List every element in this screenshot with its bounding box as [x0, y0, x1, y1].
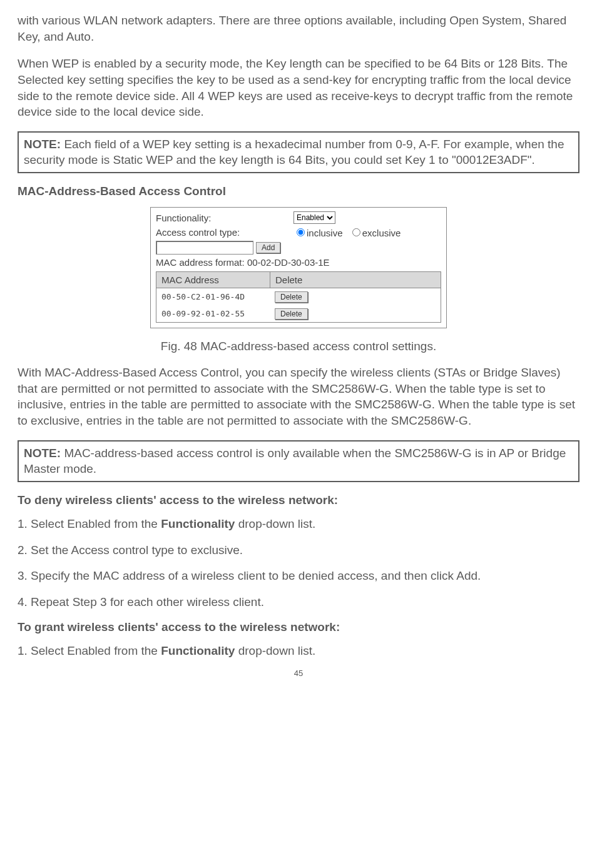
functionality-label: Functionality: — [156, 213, 293, 223]
step-bold: Functionality — [161, 517, 235, 530]
note-label: NOTE: — [24, 447, 61, 460]
step-bold: Functionality — [161, 644, 235, 657]
step-text: drop-down list. — [235, 517, 315, 530]
step-text: drop-down list. — [235, 644, 315, 657]
delete-button[interactable]: Delete — [275, 291, 308, 303]
mac-address-table: MAC Address Delete 00-50-C2-01-96-4D Del… — [156, 271, 441, 323]
paragraph-1: with various WLAN network adapters. Ther… — [18, 13, 579, 44]
heading-mac-access: MAC-Address-Based Access Control — [18, 184, 579, 198]
table-row: 00-50-C2-01-96-4D Delete — [156, 288, 441, 305]
note-label: NOTE: — [24, 138, 61, 151]
delete-button[interactable]: Delete — [275, 308, 308, 320]
mac-cell: 00-50-C2-01-96-4D — [156, 288, 270, 305]
note-text: MAC-address-based access control is only… — [24, 447, 566, 476]
mac-cell: 00-09-92-01-02-55 — [156, 305, 270, 322]
figure-mac-panel: Functionality: Enabled Access control ty… — [18, 207, 579, 328]
mac-format-line: MAC address format: 00-02-DD-30-03-1E — [156, 257, 330, 268]
table-row: 00-09-92-01-02-55 Delete — [156, 305, 441, 322]
note-box-1: NOTE: Each field of a WEP key setting is… — [18, 131, 579, 173]
figure-caption: Fig. 48 MAC-address-based access control… — [18, 340, 579, 353]
header-delete: Delete — [270, 272, 441, 288]
deny-step-3: 3. Specify the MAC address of a wireless… — [18, 568, 579, 584]
radio-inclusive-label: inclusive — [307, 228, 343, 238]
heading-grant: To grant wireless clients' access to the… — [18, 620, 579, 634]
header-mac-address: MAC Address — [156, 272, 270, 288]
page-number: 45 — [18, 669, 579, 678]
note-box-2: NOTE: MAC-address-based access control i… — [18, 440, 579, 482]
step-text: 1. Select Enabled from the — [18, 644, 161, 657]
mac-input[interactable] — [156, 241, 253, 255]
radio-inclusive[interactable] — [297, 228, 305, 236]
radio-exclusive[interactable] — [352, 228, 360, 236]
functionality-select[interactable]: Enabled — [293, 211, 335, 224]
note-text: Each field of a WEP key setting is a hex… — [24, 138, 564, 167]
step-text: 1. Select Enabled from the — [18, 517, 161, 530]
access-type-label: Access control type: — [156, 227, 293, 238]
paragraph-3: With MAC-Address-Based Access Control, y… — [18, 365, 579, 429]
paragraph-2: When WEP is enabled by a security mode, … — [18, 56, 579, 120]
deny-step-4: 4. Repeat Step 3 for each other wireless… — [18, 594, 579, 610]
add-button[interactable]: Add — [256, 242, 280, 253]
grant-step-1: 1. Select Enabled from the Functionality… — [18, 643, 579, 659]
deny-step-2: 2. Set the Access control type to exclus… — [18, 542, 579, 558]
heading-deny: To deny wireless clients' access to the … — [18, 493, 579, 507]
radio-exclusive-label: exclusive — [362, 228, 401, 238]
deny-step-1: 1. Select Enabled from the Functionality… — [18, 516, 579, 532]
